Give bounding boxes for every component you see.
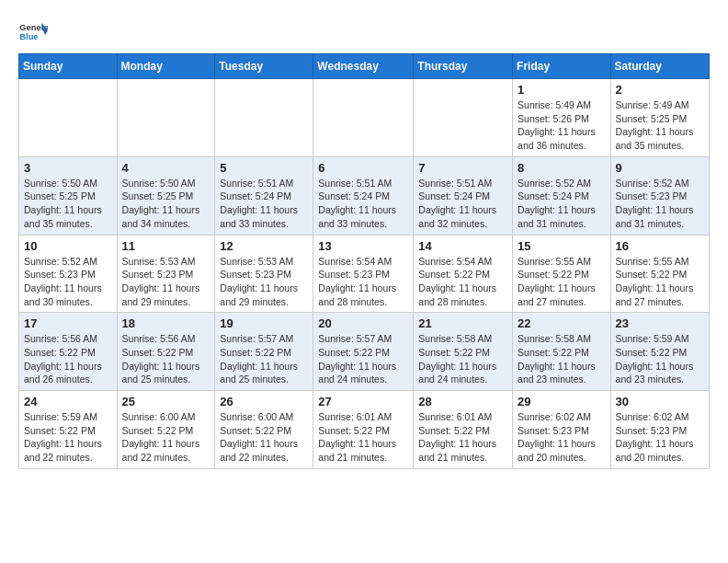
calendar-cell: 28Sunrise: 6:01 AM Sunset: 5:22 PM Dayli… bbox=[414, 391, 513, 469]
day-info: Sunrise: 6:00 AM Sunset: 5:22 PM Dayligh… bbox=[122, 410, 210, 465]
header: General Blue bbox=[18, 17, 710, 46]
day-number: 13 bbox=[318, 239, 408, 253]
weekday-header-thursday: Thursday bbox=[414, 54, 513, 79]
calendar-cell: 30Sunrise: 6:02 AM Sunset: 5:23 PM Dayli… bbox=[610, 391, 709, 469]
day-info: Sunrise: 6:01 AM Sunset: 5:22 PM Dayligh… bbox=[318, 410, 408, 465]
svg-text:Blue: Blue bbox=[19, 32, 38, 41]
day-number: 21 bbox=[418, 316, 507, 330]
calendar-cell: 10Sunrise: 5:52 AM Sunset: 5:23 PM Dayli… bbox=[19, 235, 118, 313]
day-info: Sunrise: 5:49 AM Sunset: 5:26 PM Dayligh… bbox=[518, 98, 606, 153]
day-number: 15 bbox=[518, 239, 606, 253]
day-info: Sunrise: 5:49 AM Sunset: 5:25 PM Dayligh… bbox=[616, 98, 704, 153]
day-number: 4 bbox=[122, 161, 210, 175]
day-number: 30 bbox=[616, 395, 704, 408]
day-info: Sunrise: 6:00 AM Sunset: 5:22 PM Dayligh… bbox=[220, 410, 308, 465]
weekday-header-sunday: Sunday bbox=[19, 54, 118, 79]
day-info: Sunrise: 5:58 AM Sunset: 5:22 PM Dayligh… bbox=[418, 332, 507, 386]
calendar-cell: 4Sunrise: 5:50 AM Sunset: 5:25 PM Daylig… bbox=[117, 156, 215, 235]
day-info: Sunrise: 5:55 AM Sunset: 5:22 PM Dayligh… bbox=[518, 255, 606, 309]
day-info: Sunrise: 5:57 AM Sunset: 5:22 PM Dayligh… bbox=[220, 332, 308, 386]
calendar-cell bbox=[117, 79, 215, 157]
calendar-cell bbox=[313, 79, 414, 157]
day-number: 24 bbox=[24, 395, 112, 408]
day-info: Sunrise: 6:02 AM Sunset: 5:23 PM Dayligh… bbox=[616, 410, 704, 465]
day-info: Sunrise: 5:56 AM Sunset: 5:22 PM Dayligh… bbox=[24, 332, 112, 386]
day-info: Sunrise: 5:51 AM Sunset: 5:24 PM Dayligh… bbox=[318, 177, 408, 231]
day-number: 12 bbox=[220, 239, 308, 253]
day-number: 26 bbox=[220, 395, 308, 408]
day-info: Sunrise: 5:51 AM Sunset: 5:24 PM Dayligh… bbox=[220, 177, 308, 231]
day-info: Sunrise: 5:59 AM Sunset: 5:22 PM Dayligh… bbox=[616, 332, 704, 386]
calendar-cell: 26Sunrise: 6:00 AM Sunset: 5:22 PM Dayli… bbox=[215, 391, 313, 469]
calendar-page: General Blue SundayMondayTuesdayWednesda… bbox=[0, 0, 728, 482]
day-number: 28 bbox=[418, 395, 507, 408]
calendar-cell: 21Sunrise: 5:58 AM Sunset: 5:22 PM Dayli… bbox=[414, 313, 513, 391]
day-number: 16 bbox=[616, 239, 704, 253]
day-info: Sunrise: 6:01 AM Sunset: 5:22 PM Dayligh… bbox=[418, 410, 507, 465]
day-info: Sunrise: 5:53 AM Sunset: 5:23 PM Dayligh… bbox=[220, 255, 308, 309]
calendar-cell: 11Sunrise: 5:53 AM Sunset: 5:23 PM Dayli… bbox=[117, 235, 215, 313]
calendar-cell: 14Sunrise: 5:54 AM Sunset: 5:22 PM Dayli… bbox=[414, 235, 513, 313]
calendar-cell: 15Sunrise: 5:55 AM Sunset: 5:22 PM Dayli… bbox=[513, 235, 611, 313]
calendar-cell: 7Sunrise: 5:51 AM Sunset: 5:24 PM Daylig… bbox=[414, 156, 513, 235]
day-number: 10 bbox=[24, 239, 112, 253]
calendar-cell: 2Sunrise: 5:49 AM Sunset: 5:25 PM Daylig… bbox=[610, 79, 709, 157]
day-info: Sunrise: 5:57 AM Sunset: 5:22 PM Dayligh… bbox=[318, 332, 408, 386]
logo: General Blue bbox=[18, 17, 51, 46]
calendar-cell: 27Sunrise: 6:01 AM Sunset: 5:22 PM Dayli… bbox=[313, 391, 414, 469]
calendar-cell bbox=[19, 79, 118, 157]
calendar-cell: 12Sunrise: 5:53 AM Sunset: 5:23 PM Dayli… bbox=[215, 235, 313, 313]
calendar-cell bbox=[215, 79, 313, 157]
week-row-2: 3Sunrise: 5:50 AM Sunset: 5:25 PM Daylig… bbox=[19, 156, 710, 235]
week-row-3: 10Sunrise: 5:52 AM Sunset: 5:23 PM Dayli… bbox=[19, 235, 710, 313]
day-info: Sunrise: 5:54 AM Sunset: 5:23 PM Dayligh… bbox=[318, 255, 408, 309]
day-info: Sunrise: 5:52 AM Sunset: 5:24 PM Dayligh… bbox=[518, 177, 606, 231]
day-number: 2 bbox=[616, 83, 704, 97]
weekday-header-monday: Monday bbox=[117, 54, 215, 79]
calendar-cell: 3Sunrise: 5:50 AM Sunset: 5:25 PM Daylig… bbox=[19, 156, 118, 235]
day-number: 27 bbox=[318, 395, 408, 408]
calendar-table: SundayMondayTuesdayWednesdayThursdayFrid… bbox=[18, 53, 710, 469]
calendar-cell: 5Sunrise: 5:51 AM Sunset: 5:24 PM Daylig… bbox=[215, 156, 313, 235]
calendar-cell: 6Sunrise: 5:51 AM Sunset: 5:24 PM Daylig… bbox=[313, 156, 414, 235]
day-number: 6 bbox=[318, 161, 408, 175]
day-number: 11 bbox=[122, 239, 210, 253]
weekday-header-friday: Friday bbox=[513, 54, 611, 79]
day-info: Sunrise: 5:56 AM Sunset: 5:22 PM Dayligh… bbox=[122, 332, 210, 386]
calendar-cell: 22Sunrise: 5:58 AM Sunset: 5:22 PM Dayli… bbox=[513, 313, 611, 391]
day-info: Sunrise: 5:50 AM Sunset: 5:25 PM Dayligh… bbox=[24, 177, 112, 231]
day-number: 25 bbox=[122, 395, 210, 408]
day-info: Sunrise: 5:54 AM Sunset: 5:22 PM Dayligh… bbox=[418, 255, 507, 309]
day-info: Sunrise: 5:51 AM Sunset: 5:24 PM Dayligh… bbox=[418, 177, 507, 231]
weekday-header-saturday: Saturday bbox=[610, 54, 709, 79]
weekday-header-wednesday: Wednesday bbox=[313, 54, 414, 79]
weekday-header-tuesday: Tuesday bbox=[215, 54, 313, 79]
day-number: 7 bbox=[418, 161, 507, 175]
calendar-cell: 24Sunrise: 5:59 AM Sunset: 5:22 PM Dayli… bbox=[19, 391, 118, 469]
day-number: 23 bbox=[616, 316, 704, 330]
day-number: 9 bbox=[616, 161, 704, 175]
calendar-cell: 25Sunrise: 6:00 AM Sunset: 5:22 PM Dayli… bbox=[117, 391, 215, 469]
day-info: Sunrise: 5:50 AM Sunset: 5:25 PM Dayligh… bbox=[122, 177, 210, 231]
weekday-header-row: SundayMondayTuesdayWednesdayThursdayFrid… bbox=[19, 54, 710, 79]
calendar-cell: 16Sunrise: 5:55 AM Sunset: 5:22 PM Dayli… bbox=[610, 235, 709, 313]
day-number: 18 bbox=[122, 316, 210, 330]
day-info: Sunrise: 5:55 AM Sunset: 5:22 PM Dayligh… bbox=[616, 255, 704, 309]
day-number: 19 bbox=[220, 316, 308, 330]
day-info: Sunrise: 5:58 AM Sunset: 5:22 PM Dayligh… bbox=[518, 332, 606, 386]
day-number: 17 bbox=[24, 316, 112, 330]
day-number: 8 bbox=[518, 161, 606, 175]
day-number: 5 bbox=[220, 161, 308, 175]
logo-icon: General Blue bbox=[18, 17, 48, 46]
week-row-1: 1Sunrise: 5:49 AM Sunset: 5:26 PM Daylig… bbox=[19, 79, 710, 157]
calendar-cell: 13Sunrise: 5:54 AM Sunset: 5:23 PM Dayli… bbox=[313, 235, 414, 313]
day-info: Sunrise: 6:02 AM Sunset: 5:23 PM Dayligh… bbox=[518, 410, 606, 465]
day-info: Sunrise: 5:52 AM Sunset: 5:23 PM Dayligh… bbox=[24, 255, 112, 309]
calendar-cell: 17Sunrise: 5:56 AM Sunset: 5:22 PM Dayli… bbox=[19, 313, 118, 391]
calendar-cell: 18Sunrise: 5:56 AM Sunset: 5:22 PM Dayli… bbox=[117, 313, 215, 391]
day-info: Sunrise: 5:52 AM Sunset: 5:23 PM Dayligh… bbox=[616, 177, 704, 231]
week-row-5: 24Sunrise: 5:59 AM Sunset: 5:22 PM Dayli… bbox=[19, 391, 710, 469]
day-info: Sunrise: 5:53 AM Sunset: 5:23 PM Dayligh… bbox=[122, 255, 210, 309]
calendar-cell bbox=[414, 79, 513, 157]
calendar-cell: 23Sunrise: 5:59 AM Sunset: 5:22 PM Dayli… bbox=[610, 313, 709, 391]
